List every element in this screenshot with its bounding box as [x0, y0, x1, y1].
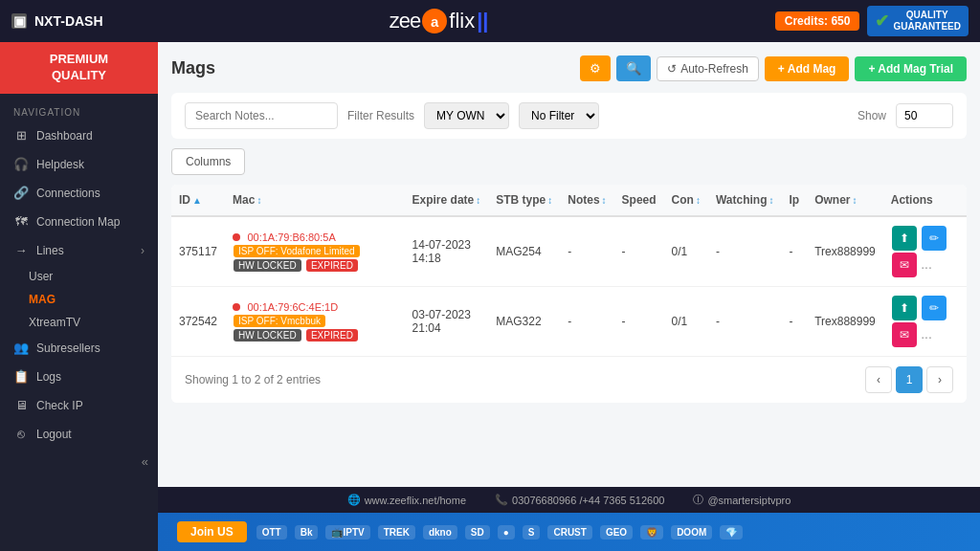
col-id: ID▲ — [171, 185, 225, 216]
cell-owner: Trex888999 — [807, 287, 883, 357]
sidebar-item-lines[interactable]: → Lines › — [0, 236, 158, 265]
refresh-icon: ↺ — [667, 62, 677, 76]
status-dot — [233, 233, 240, 241]
columns-btn[interactable]: Columns — [171, 148, 245, 175]
status-dot — [233, 303, 240, 311]
slogo: S — [523, 525, 541, 540]
action-btn-delete[interactable]: ✉ — [892, 253, 917, 277]
auto-refresh-btn[interactable]: ↺ Auto-Refresh — [657, 56, 759, 81]
cell-id: 372542 — [171, 287, 225, 357]
sidebar-item-check-ip[interactable]: 🖥 Check IP — [0, 391, 158, 420]
filter-icon-btn[interactable]: ⚙ — [580, 55, 611, 81]
cell-actions: ⬆ ✏ ✉ ... — [883, 287, 967, 357]
sidebar-item-label: XtreamTV — [29, 316, 80, 329]
cell-ip: - — [782, 216, 808, 287]
col-stb: STB type↕ — [488, 185, 560, 216]
col-mac: Mac↕ — [225, 185, 404, 216]
cell-speed: - — [614, 216, 664, 287]
dashboard-icon: ⊞ — [13, 128, 29, 143]
brand5-logo: ● — [498, 525, 515, 540]
cell-ip: - — [782, 287, 808, 357]
action-btn-connect[interactable]: ⬆ — [892, 296, 917, 320]
mac-address[interactable]: 00:1A:79:6C:4E:1D — [247, 301, 338, 313]
sidebar-item-dashboard[interactable]: ⊞ Dashboard — [0, 121, 158, 150]
no-filter-select[interactable]: No Filter — [519, 102, 599, 129]
diamond-logo: 💎 — [720, 525, 743, 540]
subresellers-icon: 👥 — [13, 341, 29, 356]
site-footer: 🌐 www.zeeflix.net/home 📞 03076680966 /+4… — [158, 487, 980, 513]
sidebar-item-logs[interactable]: 📋 Logs — [0, 363, 158, 391]
mag-table: ID▲ Mac↕ Expire date↕ STB type↕ Notes↕ S… — [171, 185, 967, 357]
col-expire: Expire date↕ — [405, 185, 489, 216]
center-logo: zee a flix || — [390, 9, 489, 33]
join-us-btn[interactable]: Join US — [177, 521, 247, 542]
sidebar: PREMIUM QUALITY Navigation ⊞ Dashboard 🎧… — [0, 42, 158, 551]
sidebar-item-connection-map[interactable]: 🗺 Connection Map — [0, 208, 158, 236]
cell-expire: 03-07-202321:04 — [405, 287, 489, 357]
page-header: Mags ⚙ 🔍 ↺ Auto-Refresh + Add Mag + Add … — [171, 55, 967, 81]
cell-id: 375117 — [171, 216, 225, 287]
ott-logo: OTT — [256, 525, 287, 540]
auto-refresh-label: Auto-Refresh — [680, 62, 748, 76]
iptv-logo: 📺IPTV — [325, 525, 369, 540]
action-btn-edit[interactable]: ✏ — [922, 226, 947, 251]
mac-address[interactable]: 00:1A:79:B6:80:5A — [247, 231, 335, 243]
sidebar-item-subresellers[interactable]: 👥 Subresellers — [0, 334, 158, 363]
table-body: 375117 00:1A:79:B6:80:5A ISP OFF: Vodafo… — [171, 216, 967, 357]
showing-text: Showing 1 to 2 of 2 entries — [185, 373, 321, 386]
cell-watching: - — [708, 216, 782, 287]
main-layout: PREMIUM QUALITY Navigation ⊞ Dashboard 🎧… — [0, 42, 980, 551]
cell-mac: 00:1A:79:6C:4E:1D ISP OFF: Vmcbbuk HW LO… — [225, 287, 404, 357]
col-actions: Actions — [883, 185, 967, 216]
col-con: Con↕ — [664, 185, 708, 216]
cell-notes: - — [560, 216, 613, 287]
quality-badge: ✔ QUALITYGUARANTEED — [867, 6, 969, 36]
add-mag-trial-btn[interactable]: + Add Mag Trial — [855, 56, 967, 81]
sidebar-item-connections[interactable]: 🔗 Connections — [0, 179, 158, 208]
prev-page-btn[interactable]: ‹ — [865, 366, 892, 393]
col-speed: Speed — [614, 185, 664, 216]
sidebar-item-label: Connection Map — [36, 215, 120, 229]
filter-results-select[interactable]: MY OWN — [424, 102, 509, 129]
filter-bar: Filter Results MY OWN No Filter Show 50 — [171, 93, 967, 139]
col-notes: Notes↕ — [560, 185, 613, 216]
sidebar-item-label: User — [29, 270, 53, 283]
action-btn-connect[interactable]: ⬆ — [892, 226, 917, 251]
isp-tag: ISP OFF: Vmcbbuk — [234, 315, 325, 327]
action-btn-edit[interactable]: ✏ — [922, 296, 947, 320]
show-count-input[interactable]: 50 — [896, 103, 953, 128]
logout-icon: ⎋ — [13, 427, 29, 442]
cell-actions: ⬆ ✏ ✉ ... — [883, 216, 967, 287]
cell-stb: MAG322 — [488, 287, 560, 357]
action-more-btn[interactable]: ... — [921, 326, 932, 342]
sidebar-item-user[interactable]: User — [29, 265, 158, 288]
logs-icon: 📋 — [13, 369, 29, 385]
sidebar-collapse-btn[interactable]: « — [0, 449, 158, 474]
lines-icon: → — [13, 243, 29, 258]
footer-social: Ⓘ @smartersiptvpro — [693, 493, 791, 507]
sidebar-item-label: MAG — [29, 293, 56, 306]
sidebar-item-mag[interactable]: MAG — [29, 288, 158, 311]
table-row: 375117 00:1A:79:B6:80:5A ISP OFF: Vodafo… — [171, 216, 967, 287]
page-1-btn[interactable]: 1 — [896, 366, 923, 393]
action-more-btn[interactable]: ... — [921, 256, 932, 272]
brand-logo: ▣ NXT-DASH — [11, 13, 103, 29]
search-icon-btn[interactable]: 🔍 — [616, 55, 651, 81]
sidebar-item-helpdesk[interactable]: 🎧 Helpdesk — [0, 150, 158, 179]
sidebar-item-label: Check IP — [36, 399, 83, 412]
cell-con: 0/1 — [664, 216, 708, 287]
col-watching: Watching↕ — [708, 185, 782, 216]
sidebar-item-xtreamtv[interactable]: XtreamTV — [29, 311, 158, 334]
check-ip-icon: 🖥 — [13, 398, 29, 413]
credits-badge: Credits: 650 — [775, 11, 860, 31]
sidebar-item-logout[interactable]: ⎋ Logout — [0, 420, 158, 449]
trek-logo: TREK — [378, 525, 415, 540]
helpdesk-icon: 🎧 — [13, 157, 29, 172]
cell-expire: 14-07-202314:18 — [405, 216, 489, 287]
action-btn-delete[interactable]: ✉ — [892, 322, 917, 347]
brand-icon: ▣ — [11, 13, 27, 29]
expired-tag: EXPIRED — [306, 329, 358, 342]
add-mag-btn[interactable]: + Add Mag — [765, 56, 850, 81]
search-notes-input[interactable] — [185, 102, 338, 129]
next-page-btn[interactable]: › — [926, 366, 953, 393]
